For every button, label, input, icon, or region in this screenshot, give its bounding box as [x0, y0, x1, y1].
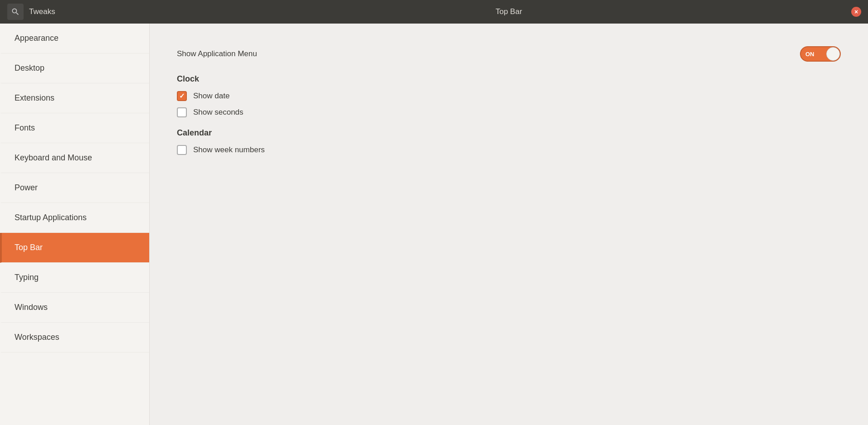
- title-bar: Tweaks Top Bar ×: [0, 0, 868, 24]
- page-title: Top Bar: [496, 7, 522, 16]
- search-icon: [11, 7, 20, 16]
- sidebar-item-label: Fonts: [15, 123, 35, 132]
- show-week-numbers-checkbox[interactable]: [177, 145, 187, 155]
- app-window: Tweaks Top Bar × Appearance Desktop Exte…: [0, 0, 868, 425]
- show-seconds-label: Show seconds: [193, 108, 244, 117]
- toggle-knob: [826, 47, 840, 61]
- sidebar: Appearance Desktop Extensions Fonts Keyb…: [0, 24, 150, 425]
- sidebar-item-label: Windows: [15, 303, 48, 312]
- sidebar-item-label: Extensions: [15, 93, 54, 102]
- sidebar-item-top-bar[interactable]: Top Bar: [0, 233, 149, 263]
- show-application-menu-label: Show Application Menu: [177, 49, 257, 58]
- sidebar-item-label: Keyboard and Mouse: [15, 153, 92, 162]
- title-bar-center: Top Bar: [150, 7, 868, 16]
- sidebar-item-keyboard-and-mouse[interactable]: Keyboard and Mouse: [0, 143, 149, 173]
- show-date-row: Show date: [177, 91, 841, 101]
- sidebar-item-typing[interactable]: Typing: [0, 263, 149, 293]
- content-panel: Show Application Menu ON Clock Show date…: [150, 24, 868, 425]
- sidebar-item-appearance[interactable]: Appearance: [0, 24, 149, 53]
- sidebar-item-windows[interactable]: Windows: [0, 293, 149, 323]
- sidebar-item-desktop[interactable]: Desktop: [0, 53, 149, 83]
- sidebar-item-fonts[interactable]: Fonts: [0, 113, 149, 143]
- app-name: Tweaks: [29, 7, 55, 16]
- show-week-numbers-label: Show week numbers: [193, 145, 265, 155]
- close-icon[interactable]: ×: [851, 7, 861, 17]
- sidebar-item-power[interactable]: Power: [0, 173, 149, 203]
- sidebar-item-label: Power: [15, 183, 38, 192]
- sidebar-item-workspaces[interactable]: Workspaces: [0, 323, 149, 353]
- show-date-label: Show date: [193, 92, 229, 101]
- sidebar-item-label: Startup Applications: [15, 213, 87, 222]
- sidebar-item-label: Top Bar: [15, 243, 43, 252]
- show-date-checkbox[interactable]: [177, 91, 187, 101]
- show-seconds-checkbox[interactable]: [177, 107, 187, 117]
- search-button[interactable]: [7, 4, 24, 20]
- toggle-on-label: ON: [805, 51, 814, 58]
- calendar-section-heading: Calendar: [177, 128, 841, 138]
- sidebar-item-extensions[interactable]: Extensions: [0, 83, 149, 113]
- title-bar-search-area: Tweaks: [0, 4, 150, 20]
- main-content: Appearance Desktop Extensions Fonts Keyb…: [0, 24, 868, 425]
- sidebar-item-label: Typing: [15, 273, 39, 282]
- sidebar-item-startup-applications[interactable]: Startup Applications: [0, 203, 149, 233]
- sidebar-item-label: Appearance: [15, 34, 59, 43]
- clock-section: Clock Show date Show seconds: [177, 74, 841, 117]
- sidebar-item-label: Workspaces: [15, 333, 59, 342]
- calendar-section: Calendar Show week numbers: [177, 128, 841, 155]
- close-button[interactable]: ×: [844, 0, 868, 24]
- show-application-menu-toggle[interactable]: ON: [800, 46, 841, 62]
- clock-section-heading: Clock: [177, 74, 841, 84]
- show-seconds-row: Show seconds: [177, 107, 841, 117]
- show-week-numbers-row: Show week numbers: [177, 145, 841, 155]
- sidebar-item-label: Desktop: [15, 63, 44, 72]
- show-application-menu-row: Show Application Menu ON: [177, 46, 841, 62]
